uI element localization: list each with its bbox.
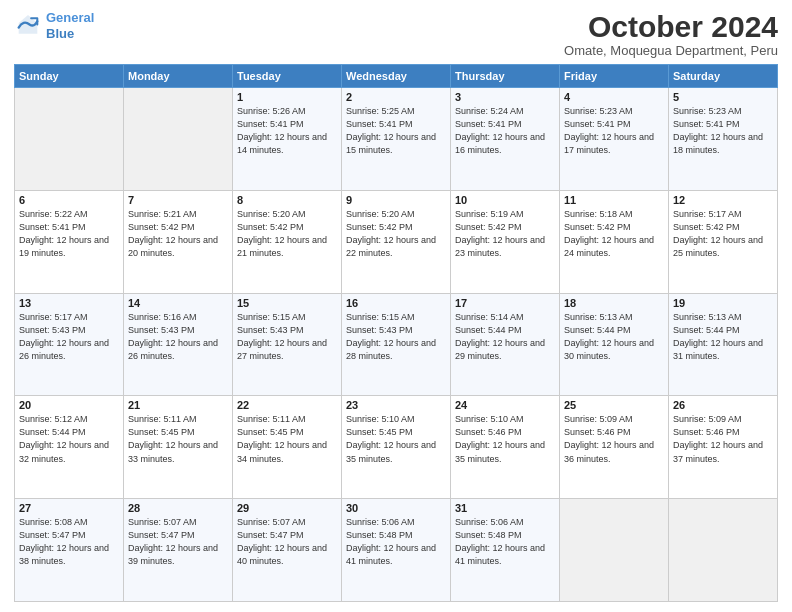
header-friday: Friday <box>560 65 669 88</box>
day-number: 30 <box>346 502 446 514</box>
logo: General Blue <box>14 10 94 41</box>
day-number: 19 <box>673 297 773 309</box>
day-info: Sunrise: 5:09 AMSunset: 5:46 PMDaylight:… <box>564 413 664 465</box>
day-info: Sunrise: 5:15 AMSunset: 5:43 PMDaylight:… <box>346 311 446 363</box>
day-info: Sunrise: 5:08 AMSunset: 5:47 PMDaylight:… <box>19 516 119 568</box>
page-header: General Blue October 2024 Omate, Moquegu… <box>14 10 778 58</box>
table-row: 4Sunrise: 5:23 AMSunset: 5:41 PMDaylight… <box>560 88 669 191</box>
logo-icon <box>14 12 42 40</box>
day-number: 8 <box>237 194 337 206</box>
day-info: Sunrise: 5:13 AMSunset: 5:44 PMDaylight:… <box>564 311 664 363</box>
table-row: 20Sunrise: 5:12 AMSunset: 5:44 PMDayligh… <box>15 396 124 499</box>
day-info: Sunrise: 5:11 AMSunset: 5:45 PMDaylight:… <box>128 413 228 465</box>
day-info: Sunrise: 5:06 AMSunset: 5:48 PMDaylight:… <box>346 516 446 568</box>
day-number: 12 <box>673 194 773 206</box>
day-info: Sunrise: 5:18 AMSunset: 5:42 PMDaylight:… <box>564 208 664 260</box>
day-info: Sunrise: 5:10 AMSunset: 5:46 PMDaylight:… <box>455 413 555 465</box>
table-row: 13Sunrise: 5:17 AMSunset: 5:43 PMDayligh… <box>15 293 124 396</box>
day-number: 23 <box>346 399 446 411</box>
day-info: Sunrise: 5:17 AMSunset: 5:42 PMDaylight:… <box>673 208 773 260</box>
table-row: 19Sunrise: 5:13 AMSunset: 5:44 PMDayligh… <box>669 293 778 396</box>
table-row: 31Sunrise: 5:06 AMSunset: 5:48 PMDayligh… <box>451 499 560 602</box>
calendar-table: Sunday Monday Tuesday Wednesday Thursday… <box>14 64 778 602</box>
day-number: 28 <box>128 502 228 514</box>
table-row: 7Sunrise: 5:21 AMSunset: 5:42 PMDaylight… <box>124 190 233 293</box>
table-row: 17Sunrise: 5:14 AMSunset: 5:44 PMDayligh… <box>451 293 560 396</box>
day-number: 2 <box>346 91 446 103</box>
title-area: October 2024 Omate, Moquegua Department,… <box>564 10 778 58</box>
table-row: 30Sunrise: 5:06 AMSunset: 5:48 PMDayligh… <box>342 499 451 602</box>
day-number: 22 <box>237 399 337 411</box>
day-info: Sunrise: 5:06 AMSunset: 5:48 PMDaylight:… <box>455 516 555 568</box>
location-subtitle: Omate, Moquegua Department, Peru <box>564 43 778 58</box>
table-row: 11Sunrise: 5:18 AMSunset: 5:42 PMDayligh… <box>560 190 669 293</box>
table-row: 24Sunrise: 5:10 AMSunset: 5:46 PMDayligh… <box>451 396 560 499</box>
day-info: Sunrise: 5:19 AMSunset: 5:42 PMDaylight:… <box>455 208 555 260</box>
table-row: 14Sunrise: 5:16 AMSunset: 5:43 PMDayligh… <box>124 293 233 396</box>
day-number: 16 <box>346 297 446 309</box>
table-row <box>669 499 778 602</box>
table-row: 27Sunrise: 5:08 AMSunset: 5:47 PMDayligh… <box>15 499 124 602</box>
header-monday: Monday <box>124 65 233 88</box>
calendar-week-row: 27Sunrise: 5:08 AMSunset: 5:47 PMDayligh… <box>15 499 778 602</box>
table-row <box>124 88 233 191</box>
day-number: 26 <box>673 399 773 411</box>
table-row: 16Sunrise: 5:15 AMSunset: 5:43 PMDayligh… <box>342 293 451 396</box>
table-row: 23Sunrise: 5:10 AMSunset: 5:45 PMDayligh… <box>342 396 451 499</box>
day-info: Sunrise: 5:13 AMSunset: 5:44 PMDaylight:… <box>673 311 773 363</box>
day-number: 24 <box>455 399 555 411</box>
day-number: 1 <box>237 91 337 103</box>
day-number: 10 <box>455 194 555 206</box>
table-row: 29Sunrise: 5:07 AMSunset: 5:47 PMDayligh… <box>233 499 342 602</box>
calendar-week-row: 13Sunrise: 5:17 AMSunset: 5:43 PMDayligh… <box>15 293 778 396</box>
table-row: 18Sunrise: 5:13 AMSunset: 5:44 PMDayligh… <box>560 293 669 396</box>
day-info: Sunrise: 5:15 AMSunset: 5:43 PMDaylight:… <box>237 311 337 363</box>
day-info: Sunrise: 5:21 AMSunset: 5:42 PMDaylight:… <box>128 208 228 260</box>
table-row: 9Sunrise: 5:20 AMSunset: 5:42 PMDaylight… <box>342 190 451 293</box>
day-number: 7 <box>128 194 228 206</box>
calendar-header-row: Sunday Monday Tuesday Wednesday Thursday… <box>15 65 778 88</box>
day-info: Sunrise: 5:16 AMSunset: 5:43 PMDaylight:… <box>128 311 228 363</box>
day-info: Sunrise: 5:07 AMSunset: 5:47 PMDaylight:… <box>237 516 337 568</box>
day-number: 13 <box>19 297 119 309</box>
day-number: 15 <box>237 297 337 309</box>
day-info: Sunrise: 5:11 AMSunset: 5:45 PMDaylight:… <box>237 413 337 465</box>
table-row: 1Sunrise: 5:26 AMSunset: 5:41 PMDaylight… <box>233 88 342 191</box>
day-info: Sunrise: 5:07 AMSunset: 5:47 PMDaylight:… <box>128 516 228 568</box>
day-number: 11 <box>564 194 664 206</box>
header-saturday: Saturday <box>669 65 778 88</box>
header-wednesday: Wednesday <box>342 65 451 88</box>
header-sunday: Sunday <box>15 65 124 88</box>
calendar-week-row: 1Sunrise: 5:26 AMSunset: 5:41 PMDaylight… <box>15 88 778 191</box>
logo-text: General Blue <box>46 10 94 41</box>
table-row: 2Sunrise: 5:25 AMSunset: 5:41 PMDaylight… <box>342 88 451 191</box>
header-tuesday: Tuesday <box>233 65 342 88</box>
day-info: Sunrise: 5:20 AMSunset: 5:42 PMDaylight:… <box>237 208 337 260</box>
day-number: 4 <box>564 91 664 103</box>
month-title: October 2024 <box>564 10 778 43</box>
day-number: 25 <box>564 399 664 411</box>
table-row <box>560 499 669 602</box>
day-number: 9 <box>346 194 446 206</box>
day-number: 17 <box>455 297 555 309</box>
day-number: 6 <box>19 194 119 206</box>
day-info: Sunrise: 5:14 AMSunset: 5:44 PMDaylight:… <box>455 311 555 363</box>
table-row: 25Sunrise: 5:09 AMSunset: 5:46 PMDayligh… <box>560 396 669 499</box>
table-row: 8Sunrise: 5:20 AMSunset: 5:42 PMDaylight… <box>233 190 342 293</box>
table-row: 6Sunrise: 5:22 AMSunset: 5:41 PMDaylight… <box>15 190 124 293</box>
day-info: Sunrise: 5:22 AMSunset: 5:41 PMDaylight:… <box>19 208 119 260</box>
table-row: 21Sunrise: 5:11 AMSunset: 5:45 PMDayligh… <box>124 396 233 499</box>
day-info: Sunrise: 5:17 AMSunset: 5:43 PMDaylight:… <box>19 311 119 363</box>
day-number: 29 <box>237 502 337 514</box>
table-row: 15Sunrise: 5:15 AMSunset: 5:43 PMDayligh… <box>233 293 342 396</box>
day-number: 27 <box>19 502 119 514</box>
day-number: 18 <box>564 297 664 309</box>
day-info: Sunrise: 5:09 AMSunset: 5:46 PMDaylight:… <box>673 413 773 465</box>
day-number: 3 <box>455 91 555 103</box>
table-row <box>15 88 124 191</box>
day-info: Sunrise: 5:23 AMSunset: 5:41 PMDaylight:… <box>564 105 664 157</box>
day-number: 20 <box>19 399 119 411</box>
calendar-week-row: 6Sunrise: 5:22 AMSunset: 5:41 PMDaylight… <box>15 190 778 293</box>
table-row: 3Sunrise: 5:24 AMSunset: 5:41 PMDaylight… <box>451 88 560 191</box>
table-row: 10Sunrise: 5:19 AMSunset: 5:42 PMDayligh… <box>451 190 560 293</box>
